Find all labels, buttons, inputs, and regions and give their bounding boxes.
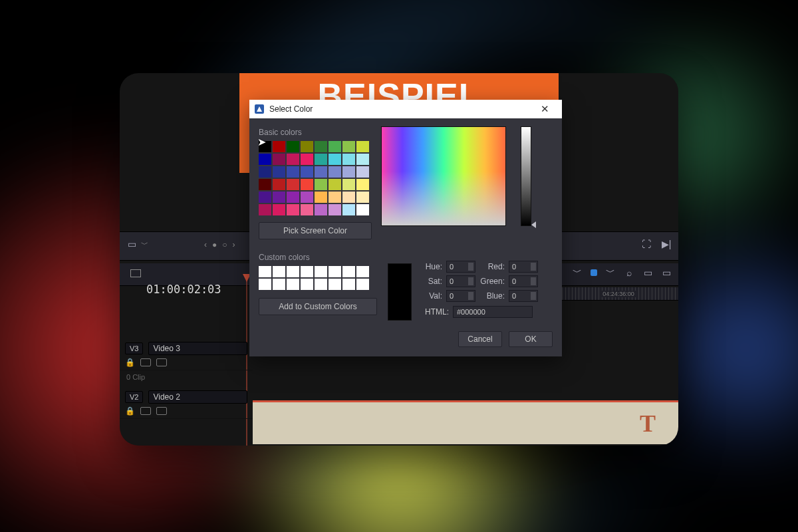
dialog-titlebar[interactable]: Select Color ✕: [249, 100, 562, 118]
basic-color-swatch[interactable]: [273, 141, 285, 152]
custom-color-swatch[interactable]: [287, 266, 299, 277]
text-clip[interactable]: T: [253, 400, 678, 444]
basic-color-swatch[interactable]: [287, 154, 299, 165]
basic-color-swatch[interactable]: [273, 204, 285, 215]
track-rect-icon[interactable]: [156, 358, 167, 366]
basic-color-swatch[interactable]: [301, 192, 313, 203]
basic-color-swatch[interactable]: [287, 141, 299, 152]
track-name[interactable]: Video 2: [148, 390, 247, 404]
basic-color-swatch[interactable]: [301, 204, 313, 215]
basic-color-swatch[interactable]: [315, 141, 327, 152]
basic-color-swatch[interactable]: [356, 192, 369, 203]
lock-icon[interactable]: 🔒: [125, 406, 135, 416]
track-header[interactable]: V2 Video 2 🔒: [120, 388, 253, 419]
basic-color-swatch[interactable]: [315, 179, 327, 190]
green-input[interactable]: 0: [509, 275, 538, 287]
basic-color-swatch[interactable]: [342, 154, 355, 165]
expand-icon[interactable]: ⛶: [641, 239, 652, 249]
ruler-icon[interactable]: ▭: [661, 267, 672, 278]
basic-color-swatch[interactable]: [273, 192, 285, 203]
basic-color-swatch[interactable]: [342, 179, 355, 190]
close-icon[interactable]: ✕: [533, 103, 557, 115]
basic-color-swatch[interactable]: [356, 141, 369, 152]
track-rect-icon[interactable]: [156, 407, 167, 415]
ruler-icon[interactable]: ▭: [642, 267, 653, 278]
basic-color-swatch[interactable]: [273, 166, 285, 178]
custom-color-swatch[interactable]: [356, 266, 369, 277]
hue-input[interactable]: 0: [446, 261, 475, 273]
basic-color-swatch[interactable]: [287, 179, 299, 190]
color-spectrum[interactable]: [381, 126, 506, 226]
track-rect-icon[interactable]: [140, 407, 151, 415]
pick-screen-color-button[interactable]: Pick Screen Color: [259, 222, 372, 239]
val-input[interactable]: 0: [446, 290, 475, 302]
basic-color-swatch[interactable]: [342, 204, 355, 215]
basic-color-swatch[interactable]: [329, 192, 341, 203]
custom-color-swatch[interactable]: [315, 279, 327, 290]
red-input[interactable]: 0: [509, 261, 538, 273]
basic-color-swatch[interactable]: [356, 204, 369, 215]
basic-color-swatch[interactable]: [329, 154, 341, 165]
value-slider-handle-icon[interactable]: [531, 221, 536, 228]
custom-color-swatch[interactable]: [356, 279, 369, 290]
chevron-down-icon[interactable]: ﹀: [605, 267, 616, 278]
display-mode-icon[interactable]: ▭: [126, 239, 137, 249]
basic-color-swatch[interactable]: [356, 179, 369, 190]
custom-color-swatch[interactable]: [329, 279, 341, 290]
cancel-button[interactable]: Cancel: [458, 331, 502, 347]
lock-icon[interactable]: 🔒: [125, 358, 135, 367]
track-tag[interactable]: V2: [125, 391, 143, 403]
basic-color-swatch[interactable]: [301, 141, 313, 152]
track-header[interactable]: V3 Video 3 🔒: [120, 339, 253, 370]
custom-color-swatch[interactable]: [287, 279, 299, 290]
custom-color-swatch[interactable]: [315, 266, 327, 277]
custom-color-swatch[interactable]: [301, 279, 313, 290]
basic-color-swatch[interactable]: [315, 166, 327, 178]
ruler-zoom-icon[interactable]: ⌕: [624, 267, 634, 278]
basic-color-swatch[interactable]: [301, 166, 313, 178]
basic-color-swatch[interactable]: [329, 204, 341, 215]
basic-color-swatch[interactable]: [259, 154, 271, 165]
custom-color-swatch[interactable]: [259, 279, 271, 290]
blue-input[interactable]: 0: [509, 290, 538, 302]
basic-color-swatch[interactable]: [342, 166, 355, 178]
custom-color-swatch[interactable]: [329, 266, 341, 277]
basic-color-swatch[interactable]: [273, 154, 285, 165]
custom-color-swatch[interactable]: [301, 266, 313, 277]
add-to-custom-button[interactable]: Add to Custom Colors: [259, 298, 377, 315]
basic-color-swatch[interactable]: [342, 192, 355, 203]
custom-color-swatch[interactable]: [273, 279, 285, 290]
basic-color-swatch[interactable]: [329, 141, 341, 152]
basic-color-swatch[interactable]: [356, 166, 369, 178]
basic-color-swatch[interactable]: [315, 154, 327, 165]
basic-color-swatch[interactable]: [315, 204, 327, 215]
html-hex-input[interactable]: #000000: [453, 306, 533, 318]
basic-color-swatch[interactable]: [329, 166, 341, 178]
marker-color-icon[interactable]: [591, 269, 597, 276]
step-forward-icon[interactable]: ▶|: [661, 239, 672, 249]
timeline-ruler[interactable]: 04:24:36:00: [559, 287, 678, 301]
custom-color-swatch[interactable]: [342, 266, 355, 277]
basic-color-swatch[interactable]: [259, 166, 271, 178]
custom-color-swatch[interactable]: [342, 279, 355, 290]
basic-color-swatch[interactable]: [259, 141, 271, 152]
track-tag[interactable]: V3: [125, 342, 143, 354]
basic-color-swatch[interactable]: [301, 179, 313, 190]
ok-button[interactable]: OK: [509, 331, 553, 347]
basic-color-swatch[interactable]: [287, 192, 299, 203]
track-rect-icon[interactable]: [140, 358, 151, 366]
value-slider[interactable]: [521, 126, 531, 226]
basic-color-swatch[interactable]: [259, 204, 271, 215]
basic-color-swatch[interactable]: [287, 204, 299, 215]
basic-color-swatch[interactable]: [356, 154, 369, 165]
basic-color-swatch[interactable]: [301, 154, 313, 165]
track-name[interactable]: Video 3: [148, 342, 247, 355]
basic-color-swatch[interactable]: [259, 192, 271, 203]
custom-color-swatch[interactable]: [259, 266, 271, 277]
basic-color-swatch[interactable]: [287, 166, 299, 178]
playhead-timecode[interactable]: 01:00:02:03: [146, 283, 221, 296]
display-mode-chevron-icon[interactable]: ﹀: [141, 239, 148, 249]
basic-color-swatch[interactable]: [259, 179, 271, 190]
basic-color-swatch[interactable]: [342, 141, 355, 152]
basic-color-swatch[interactable]: [315, 192, 327, 203]
